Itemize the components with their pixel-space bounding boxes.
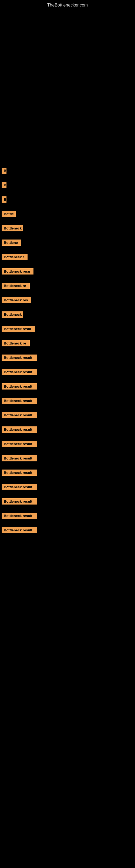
bottleneck-bar-22[interactable]: Bottleneck result	[2, 469, 37, 476]
bottleneck-bar-1[interactable]: B	[2, 167, 6, 174]
bar-container-23: Bottleneck result	[1, 484, 135, 495]
bottleneck-bar-17[interactable]: Bottleneck result	[2, 398, 37, 404]
bar-container-16: Bottleneck result	[1, 383, 135, 394]
bottleneck-bar-21[interactable]: Bottleneck result	[2, 455, 37, 461]
bar-container-8: Bottleneck resu	[1, 268, 135, 279]
bottleneck-bar-2[interactable]: B	[2, 182, 6, 188]
bar-container-26: Bottleneck result	[1, 527, 135, 538]
bottleneck-bar-20[interactable]: Bottleneck result	[2, 441, 37, 447]
bottleneck-bar-6[interactable]: Bottlene	[2, 240, 21, 246]
bottleneck-bar-23[interactable]: Bottleneck result	[2, 484, 37, 490]
bar-container-6: Bottlene	[1, 240, 135, 250]
bar-container-14: Bottleneck result	[1, 354, 135, 365]
bar-container-3: B	[1, 196, 135, 207]
bottleneck-bar-4[interactable]: Bottle	[2, 211, 16, 217]
bar-container-21: Bottleneck result	[1, 455, 135, 466]
bottleneck-bar-8[interactable]: Bottleneck resu	[2, 268, 34, 275]
bar-container-7: Bottleneck r	[1, 254, 135, 265]
bar-container-24: Bottleneck result	[1, 498, 135, 509]
bottleneck-bar-5[interactable]: Bottleneck	[2, 225, 23, 231]
bottleneck-bar-3[interactable]: B	[2, 196, 6, 203]
bottleneck-bar-19[interactable]: Bottleneck result	[2, 426, 37, 433]
bar-container-1: B	[1, 167, 135, 178]
bar-container-22: Bottleneck result	[1, 469, 135, 480]
bars-section: BBBBottleBottleneckBottleneBottleneck rB…	[0, 10, 135, 538]
bar-container-4: Bottle	[1, 211, 135, 221]
bar-container-11: Bottleneck	[1, 311, 135, 322]
bottleneck-bar-16[interactable]: Bottleneck result	[2, 383, 37, 390]
bar-container-25: Bottleneck result	[1, 513, 135, 523]
bar-container-17: Bottleneck result	[1, 398, 135, 408]
bottleneck-bar-26[interactable]: Bottleneck result	[2, 527, 37, 533]
bottleneck-bar-24[interactable]: Bottleneck result	[2, 498, 37, 504]
bar-container-12: Bottleneck resul	[1, 326, 135, 336]
bar-container-18: Bottleneck result	[1, 412, 135, 423]
bottleneck-bar-13[interactable]: Bottleneck re	[2, 340, 30, 346]
bottleneck-bar-14[interactable]: Bottleneck result	[2, 354, 37, 361]
bar-container-15: Bottleneck result	[1, 369, 135, 379]
bar-container-10: Bottleneck res	[1, 297, 135, 308]
bar-container-2: B	[1, 182, 135, 193]
bottleneck-bar-12[interactable]: Bottleneck resul	[2, 326, 35, 332]
bottleneck-bar-7[interactable]: Bottleneck r	[2, 254, 28, 260]
bar-container-20: Bottleneck result	[1, 441, 135, 452]
bar-container-5: Bottleneck	[1, 225, 135, 236]
bar-container-13: Bottleneck re	[1, 340, 135, 351]
bottleneck-bar-25[interactable]: Bottleneck result	[2, 513, 37, 519]
bottleneck-bar-11[interactable]: Bottleneck	[2, 311, 23, 318]
bottleneck-bar-18[interactable]: Bottleneck result	[2, 412, 37, 418]
bottleneck-bar-15[interactable]: Bottleneck result	[2, 369, 37, 375]
bar-container-9: Bottleneck re	[1, 283, 135, 293]
bottleneck-bar-9[interactable]: Bottleneck re	[2, 283, 30, 289]
bar-container-19: Bottleneck result	[1, 426, 135, 437]
bottleneck-bar-10[interactable]: Bottleneck res	[2, 297, 31, 303]
site-title: TheBottlenecker.com	[0, 0, 135, 10]
